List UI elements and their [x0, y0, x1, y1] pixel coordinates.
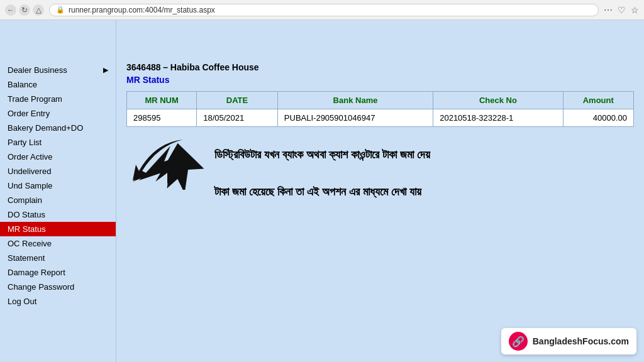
col-mr-num: MR NUM	[127, 92, 197, 109]
sidebar-item-label: MR Status	[8, 224, 46, 234]
star-icon[interactable]: ☆	[631, 5, 639, 15]
page-wrapper: Dealer Business▶BalanceTrade ProgramOrde…	[0, 20, 644, 362]
sidebar-item-label: Undelivered	[8, 167, 51, 176]
sidebar-item-label: Balance	[8, 80, 37, 89]
mr-status-table: MR NUM DATE Bank Name Check No Amount 29…	[126, 91, 634, 127]
cell-date: 18/05/2021	[197, 109, 278, 127]
sidebar-item-label: Und Sample	[8, 181, 53, 190]
shop-separator: –	[163, 62, 170, 72]
browser-actions: ⋯ ♡ ☆	[604, 5, 639, 15]
cell-mr_num: 298595	[127, 109, 197, 127]
sidebar-item-label: Trade Program	[8, 94, 62, 104]
sidebar-item-label: Change Password	[8, 282, 74, 292]
sidebar-item-do-status[interactable]: DO Status	[0, 207, 116, 222]
col-bank-name: Bank Name	[277, 92, 433, 109]
shop-header: 3646488 – Habiba Coffee House	[126, 62, 634, 72]
sidebar-item-bakery-demand[interactable]: Bakery Demand+DO	[0, 121, 116, 135]
bangladeshfocus-badge: 🔗 BangladeshFocus.com	[501, 328, 636, 354]
sidebar-item-trade-program[interactable]: Trade Program	[0, 92, 116, 106]
sidebar-item-party-list[interactable]: Party List	[0, 135, 116, 150]
link-icon: 🔗	[512, 336, 525, 348]
table-row: 29859518/05/2021PUBALI-29059010469472021…	[127, 109, 634, 127]
sidebar-item-mr-status[interactable]: MR Status	[0, 222, 116, 236]
sidebar-item-balance[interactable]: Balance	[0, 77, 116, 92]
cell-bank_name: PUBALI-2905901046947	[277, 109, 433, 127]
sidebar-item-damage-report[interactable]: Damage Report	[0, 265, 116, 280]
bengali-annotation-line2: টাকা জমা হেয়েছে কিনা তা এই অপশন এর মাধ্…	[214, 183, 634, 201]
sidebar-item-label: Statement	[8, 253, 45, 263]
bengali-annotation-line1: ডিস্ট্রিবিউটার যখন ব্যাংক অথবা ক্যাশ কাও…	[214, 146, 634, 164]
badge-icon: 🔗	[509, 332, 528, 351]
sidebar-item-dealer-business[interactable]: Dealer Business▶	[0, 63, 116, 77]
lock-icon: 🔒	[56, 6, 65, 14]
url-text: runner.prangroup.com:4004/mr_status.aspx	[69, 6, 215, 14]
sidebar-item-label: OC Receive	[8, 239, 52, 248]
sidebar: Dealer Business▶BalanceTrade ProgramOrde…	[0, 20, 116, 362]
menu-dots-icon[interactable]: ⋯	[604, 5, 613, 15]
page-title: MR Status	[126, 75, 634, 85]
sidebar-item-undelivered[interactable]: Undelivered	[0, 164, 116, 178]
sidebar-item-order-active[interactable]: Order Active	[0, 150, 116, 164]
sidebar-item-order-entry[interactable]: Order Entry	[0, 106, 116, 121]
shop-name: Habiba Coffee House	[170, 62, 259, 72]
arrow-icon	[130, 136, 192, 193]
shop-id: 3646488	[126, 62, 161, 72]
sidebar-item-label: DO Status	[8, 210, 45, 219]
badge-text: BangladeshFocus.com	[533, 336, 629, 346]
address-bar[interactable]: 🔒 runner.prangroup.com:4004/mr_status.as…	[49, 4, 599, 16]
sidebar-item-log-out[interactable]: Log Out	[0, 294, 116, 309]
sidebar-item-label: Log Out	[8, 297, 36, 306]
sidebar-item-label: Party List	[8, 138, 42, 147]
sidebar-item-label: Dealer Business	[8, 65, 67, 75]
sidebar-item-change-password[interactable]: Change Password	[0, 280, 116, 294]
col-date: DATE	[197, 92, 278, 109]
sidebar-item-label: Order Active	[8, 152, 53, 162]
cell-check_no: 20210518-323228-1	[433, 109, 563, 127]
nav-buttons: ← ↻ △	[5, 4, 44, 16]
sidebar-item-oc-receive[interactable]: OC Receive	[0, 236, 116, 251]
cell-amount: 40000.00	[563, 109, 633, 127]
sidebar-item-und-sample[interactable]: Und Sample	[0, 178, 116, 193]
col-check-no: Check No	[433, 92, 563, 109]
home-button[interactable]: △	[33, 4, 44, 16]
browser-toolbar: ← ↻ △ 🔒 runner.prangroup.com:4004/mr_sta…	[0, 0, 644, 20]
sidebar-item-label: Order Entry	[8, 109, 50, 118]
sidebar-item-label: Complain	[8, 195, 42, 205]
reload-button[interactable]: ↻	[19, 4, 30, 16]
main-content: 3646488 – Habiba Coffee House MR Status …	[116, 20, 644, 362]
sidebar-item-label: Bakery Demand+DO	[8, 123, 83, 133]
sidebar-item-label: Damage Report	[8, 268, 65, 277]
arrow-icon: ▶	[103, 66, 108, 74]
sidebar-item-complain[interactable]: Complain	[0, 193, 116, 207]
bookmark-icon[interactable]: ♡	[618, 5, 626, 15]
col-amount: Amount	[563, 92, 633, 109]
sidebar-item-statement[interactable]: Statement	[0, 251, 116, 265]
annotation-area: ডিস্ট্রিবিউটার যখন ব্যাংক অথবা ক্যাশ কাও…	[126, 146, 634, 201]
back-button[interactable]: ←	[5, 4, 16, 16]
